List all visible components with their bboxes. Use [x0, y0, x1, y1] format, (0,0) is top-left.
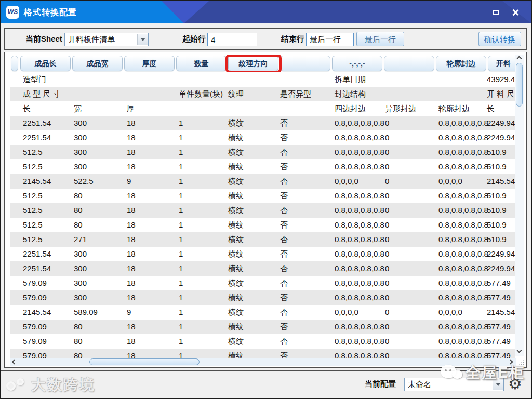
table-cell: 510.9 [487, 145, 507, 159]
table-cell: 9 [127, 305, 131, 320]
table-row[interactable]: 512.580181横纹否0.8,0.8,0.8,0.800.8,0.8,0.8… [10, 218, 515, 232]
end-row-input[interactable] [306, 33, 354, 46]
scroll-up-icon[interactable] [517, 57, 521, 60]
table-cell: 579.09 [23, 276, 47, 290]
table-row[interactable]: 2251.54300181横纹否0.8,0.8,0.8,0.800.8,0.8,… [10, 247, 515, 261]
table-cell: 512.5 [23, 145, 43, 159]
table-row[interactable]: 成 型 尺 寸单件数量(块)纹理是否异型封边结构开 料 尺 寸 [10, 87, 515, 101]
table-row[interactable]: 579.09300181横纹否0.8,0.8,0.8,0.800.8,0.8,0… [10, 290, 515, 305]
confirm-convert-button[interactable]: 确认转换 [478, 32, 521, 46]
scroll-down-icon[interactable] [517, 349, 521, 352]
table-cell: 宽 [74, 101, 82, 116]
table-row[interactable]: 造型门拆单日期43929.4 [10, 72, 515, 87]
table-cell: 否 [280, 247, 288, 261]
table-cell: 0.8,0.8,0.8,0.8 [335, 159, 384, 174]
table-cell: 300 [74, 290, 87, 305]
table-row[interactable]: 512.580181横纹否0.8,0.8,0.8,0.800.8,0.8,0.8… [10, 189, 515, 203]
column-tab-stub[interactable] [11, 56, 18, 71]
sheet-select[interactable]: 开料板件清单 [64, 33, 149, 46]
table-cell: 18 [127, 261, 136, 276]
toolbar: 当前Sheet 开料板件清单 起始行 结束行 最后一行 确认转换 [4, 28, 527, 50]
column-tab-0[interactable]: 成品长 [20, 56, 71, 71]
table-cell: 300 [74, 116, 87, 130]
table-row[interactable]: 512.5271181横纹否0.8,0.8,0.8,0.800.8,0.8,0.… [10, 232, 515, 247]
table-cell: 43929.4 [487, 72, 515, 87]
table-row[interactable]: 2251.54300181横纹否0.8,0.8,0.8,0.800.8,0.8,… [10, 116, 515, 130]
maximize-button[interactable] [486, 5, 505, 20]
column-tab-9[interactable]: 开料 [488, 56, 515, 71]
config-select-value: 未命名 [408, 378, 492, 391]
table-cell: 0 [385, 276, 389, 290]
table-cell: 否 [280, 189, 288, 203]
table-cell: 0.8,0.8,0.8,0.8 [438, 320, 488, 334]
table-cell: 18 [127, 159, 136, 174]
resize-grip-icon[interactable] [518, 359, 525, 366]
table-cell: 否 [280, 320, 288, 334]
table-row[interactable]: 长宽厚四边封边异形封边轮廓封边长 [10, 101, 515, 116]
table-row[interactable]: 512.580181横纹否0.8,0.8,0.8,0.800.8,0.8,0.8… [10, 203, 515, 218]
table-row[interactable]: 579.0980181横纹否0.8,0.8,0.8,0.800.8,0.8,0.… [10, 349, 515, 358]
table-row[interactable]: 579.0980181横纹否0.8,0.8,0.8,0.800.8,0.8,0.… [10, 320, 515, 334]
table-row[interactable]: 579.0980181横纹否0.8,0.8,0.8,0.800.8,0.8,0.… [10, 334, 515, 349]
table-row[interactable]: 512.5300181横纹否0.8,0.8,0.8,0.800.8,0.8,0.… [10, 145, 515, 159]
table-cell: 2145.54 [487, 174, 515, 189]
table-cell: 1 [179, 116, 183, 130]
scroll-left-icon[interactable] [12, 360, 16, 364]
table-cell: 0 [385, 130, 389, 145]
table-row[interactable]: 579.09300181横纹否0.8,0.8,0.8,0.800.8,0.8,0… [10, 276, 515, 290]
table-cell: 522.5 [74, 174, 94, 189]
table-cell: 横纹 [228, 232, 244, 247]
config-select[interactable]: 未命名 [404, 378, 504, 391]
table-cell: 300 [74, 159, 87, 174]
table-cell: 0 [385, 349, 389, 358]
column-tab-3[interactable]: 数量 [176, 56, 227, 71]
table-row[interactable]: 2145.54589.0991横纹否0,0,0,000,0,0,02145.54 [10, 305, 515, 320]
table-cell: 300 [74, 261, 87, 276]
table-cell: 横纹 [228, 159, 244, 174]
column-tab-1[interactable]: 成品宽 [72, 56, 123, 71]
horizontal-scrollbar-thumb[interactable] [89, 358, 200, 365]
vertical-scrollbar[interactable] [515, 55, 524, 356]
table-cell: 否 [280, 261, 288, 276]
column-tab-2[interactable]: 厚度 [124, 56, 175, 71]
table-panel: 成品长成品宽厚度数量纹理方向-,-,-,-轮廓封边开料 造型门拆单日期43929… [4, 52, 527, 368]
table-cell: 1 [179, 203, 183, 218]
sheet-select-dropdown-button[interactable] [137, 34, 148, 45]
column-tab-6[interactable]: -,-,-,- [332, 56, 382, 71]
table-cell: 577.49 [487, 276, 511, 290]
table-cell: 1 [179, 174, 183, 189]
table-row[interactable]: 2251.54300181横纹否0.8,0.8,0.8,0.800.8,0.8,… [10, 130, 515, 145]
table-cell: 577.49 [487, 290, 511, 305]
vertical-scrollbar-thumb[interactable] [516, 63, 523, 107]
table-cell: 长 [23, 101, 31, 116]
table-cell: 否 [280, 174, 288, 189]
highlight-annotation-box [225, 55, 282, 72]
table-cell: 厚 [127, 101, 135, 116]
table-row[interactable]: 2251.54300181横纹否0.8,0.8,0.8,0.800.8,0.8,… [10, 261, 515, 276]
table-cell: 512.5 [23, 232, 43, 247]
horizontal-scrollbar[interactable] [10, 358, 516, 366]
table-cell: 0 [385, 305, 389, 320]
table-cell: 0.8,0.8,0.8,0.8 [335, 116, 384, 130]
table-cell: 纹理 [228, 87, 244, 101]
title-bar: WS 格式转换配置 [1, 1, 531, 23]
config-select-dropdown-button[interactable] [493, 379, 503, 390]
last-row-button[interactable]: 最后一行 [356, 32, 404, 46]
table-row[interactable]: 512.5300181横纹否0.8,0.8,0.8,0.800.8,0.8,0.… [10, 159, 515, 174]
scroll-right-icon[interactable] [509, 360, 512, 364]
table-cell: 0 [385, 174, 389, 189]
table-row[interactable]: 2145.54522.591横纹否0,0,0,000,0,0,02145.54 [10, 174, 515, 189]
table-cell: 2145.54 [23, 174, 51, 189]
table-cell: 0.8,0.8,0.8,0.8 [438, 290, 488, 305]
end-row-label: 结束行 [281, 29, 304, 49]
close-button[interactable] [506, 5, 525, 20]
column-tab-5[interactable] [280, 56, 330, 71]
window-title: 格式转换配置 [24, 1, 77, 23]
gear-icon[interactable]: ⚙ [508, 375, 522, 393]
table-cell: 是否异型 [280, 87, 311, 101]
config-label: 当前配置 [365, 371, 396, 397]
start-row-input[interactable] [207, 33, 257, 46]
column-tab-7[interactable] [384, 56, 434, 71]
column-tab-8[interactable]: 轮廓封边 [436, 56, 486, 71]
table-cell: 0,0,0,0 [438, 305, 462, 320]
